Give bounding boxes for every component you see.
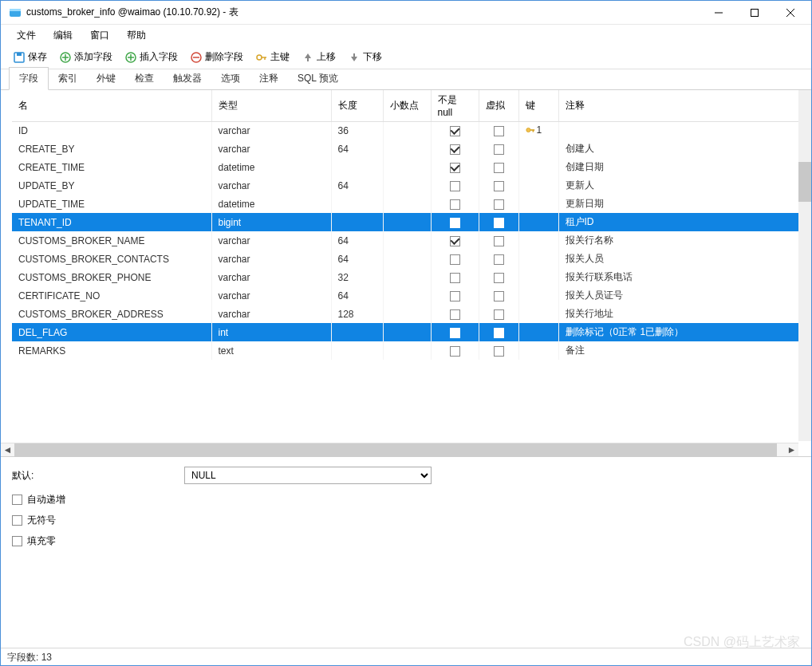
cell-not-null[interactable] — [431, 231, 479, 250]
cell-key[interactable] — [518, 286, 558, 305]
not-null-checkbox[interactable] — [450, 199, 460, 210]
delete-field-button[interactable]: 删除字段 — [186, 48, 248, 66]
cell-length[interactable]: 64 — [331, 231, 383, 250]
cell-comment[interactable]: 更新人 — [558, 176, 800, 195]
virtual-checkbox[interactable] — [494, 199, 504, 210]
cell-decimals[interactable] — [383, 158, 431, 176]
virtual-checkbox[interactable] — [494, 163, 504, 173]
not-null-checkbox[interactable] — [450, 144, 460, 155]
maximize-button[interactable] — [736, 2, 772, 24]
table-row[interactable]: ▶TENANT_IDbigint租户ID — [12, 213, 800, 231]
cell-decimals[interactable] — [383, 140, 431, 158]
cell-type[interactable]: datetime — [211, 158, 331, 176]
cell-not-null[interactable] — [431, 122, 479, 140]
tab-comment[interactable]: 注释 — [250, 68, 288, 89]
cell-type[interactable]: int — [211, 323, 331, 341]
cell-key[interactable] — [518, 231, 558, 250]
cell-not-null[interactable] — [431, 213, 479, 231]
cell-type[interactable]: datetime — [211, 195, 331, 213]
table-row[interactable]: IDvarchar361 — [12, 122, 800, 140]
menu-edit[interactable]: 编辑 — [45, 26, 81, 45]
cell-comment[interactable]: 报关行名称 — [558, 231, 800, 250]
table-row[interactable]: CREATE_TIMEdatetime创建日期 — [12, 158, 800, 176]
default-select[interactable]: NULL — [184, 467, 432, 484]
tab-triggers[interactable]: 触发器 — [164, 68, 211, 89]
cell-virtual[interactable] — [479, 158, 518, 176]
not-null-checkbox[interactable] — [450, 346, 460, 357]
col-comment[interactable]: 注释 — [558, 90, 800, 122]
tab-checks[interactable]: 检查 — [125, 68, 164, 89]
virtual-checkbox[interactable] — [494, 144, 504, 155]
cell-virtual[interactable] — [479, 323, 518, 341]
cell-comment[interactable]: 报关行地址 — [558, 305, 800, 323]
cell-length[interactable]: 32 — [331, 268, 383, 286]
cell-virtual[interactable] — [479, 341, 518, 360]
col-type[interactable]: 类型 — [211, 90, 331, 122]
not-null-checkbox[interactable] — [450, 236, 460, 246]
cell-decimals[interactable] — [383, 213, 431, 231]
fields-table[interactable]: 名 类型 长度 小数点 不是 null 虚拟 键 注释 IDvarchar361… — [12, 90, 800, 360]
table-row[interactable]: REMARKStext备注 — [12, 341, 800, 360]
cell-type[interactable]: varchar — [211, 268, 331, 286]
close-button[interactable] — [772, 2, 808, 24]
hscroll-thumb[interactable] — [14, 443, 777, 457]
table-row[interactable]: CUSTOMS_BROKER_CONTACTSvarchar64报关人员 — [12, 250, 800, 268]
not-null-checkbox[interactable] — [450, 254, 460, 265]
cell-virtual[interactable] — [479, 122, 518, 140]
cell-comment[interactable]: 创建人 — [558, 140, 800, 158]
cell-name[interactable]: ID — [12, 122, 211, 140]
tab-sql-preview[interactable]: SQL 预览 — [288, 68, 348, 89]
cell-type[interactable]: varchar — [211, 250, 331, 268]
virtual-checkbox[interactable] — [494, 254, 504, 265]
cell-length[interactable] — [331, 341, 383, 360]
cell-type[interactable]: varchar — [211, 176, 331, 195]
table-row[interactable]: CUSTOMS_BROKER_ADDRESSvarchar128报关行地址 — [12, 305, 800, 323]
virtual-checkbox[interactable] — [494, 126, 504, 136]
menu-window[interactable]: 窗口 — [82, 26, 117, 45]
col-name[interactable]: 名 — [12, 90, 211, 122]
tab-options[interactable]: 选项 — [211, 68, 250, 89]
cell-comment[interactable]: 报关行联系电话 — [558, 268, 800, 286]
virtual-checkbox[interactable] — [494, 291, 504, 301]
cell-length[interactable]: 64 — [331, 250, 383, 268]
cell-length[interactable]: 36 — [331, 122, 383, 140]
horizontal-scrollbar[interactable]: ◄ ► — [1, 443, 798, 456]
virtual-checkbox[interactable] — [494, 309, 504, 320]
cell-not-null[interactable] — [431, 140, 479, 158]
cell-not-null[interactable] — [431, 195, 479, 213]
cell-virtual[interactable] — [479, 286, 518, 305]
not-null-checkbox[interactable] — [450, 163, 460, 173]
cell-comment[interactable]: 报关人员证号 — [558, 286, 800, 305]
cell-key[interactable] — [518, 268, 558, 286]
not-null-checkbox[interactable] — [450, 273, 460, 283]
col-virtual[interactable]: 虚拟 — [479, 90, 518, 122]
cell-length[interactable]: 128 — [331, 305, 383, 323]
cell-type[interactable]: varchar — [211, 122, 331, 140]
menu-help[interactable]: 帮助 — [119, 26, 154, 45]
menu-file[interactable]: 文件 — [9, 26, 44, 45]
cell-name[interactable]: CUSTOMS_BROKER_ADDRESS — [12, 305, 211, 323]
cell-name[interactable]: CREATE_BY — [12, 140, 211, 158]
unsigned-checkbox[interactable] — [12, 515, 22, 526]
cell-key[interactable] — [518, 341, 558, 360]
cell-not-null[interactable] — [431, 305, 479, 323]
cell-decimals[interactable] — [383, 250, 431, 268]
not-null-checkbox[interactable] — [450, 181, 460, 191]
scroll-thumb[interactable] — [798, 162, 811, 202]
minimize-button[interactable] — [700, 2, 736, 24]
cell-name[interactable]: CREATE_TIME — [12, 158, 211, 176]
cell-virtual[interactable] — [479, 195, 518, 213]
table-row[interactable]: UPDATE_TIMEdatetime更新日期 — [12, 195, 800, 213]
cell-virtual[interactable] — [479, 231, 518, 250]
cell-length[interactable] — [331, 323, 383, 341]
cell-key[interactable] — [518, 323, 558, 341]
cell-not-null[interactable] — [431, 323, 479, 341]
table-row[interactable]: CUSTOMS_BROKER_NAMEvarchar64报关行名称 — [12, 231, 800, 250]
insert-field-button[interactable]: 插入字段 — [120, 48, 183, 66]
cell-key[interactable] — [518, 250, 558, 268]
cell-comment[interactable]: 备注 — [558, 341, 800, 360]
cell-decimals[interactable] — [383, 176, 431, 195]
cell-virtual[interactable] — [479, 305, 518, 323]
cell-virtual[interactable] — [479, 176, 518, 195]
zerofill-checkbox[interactable] — [12, 536, 22, 546]
